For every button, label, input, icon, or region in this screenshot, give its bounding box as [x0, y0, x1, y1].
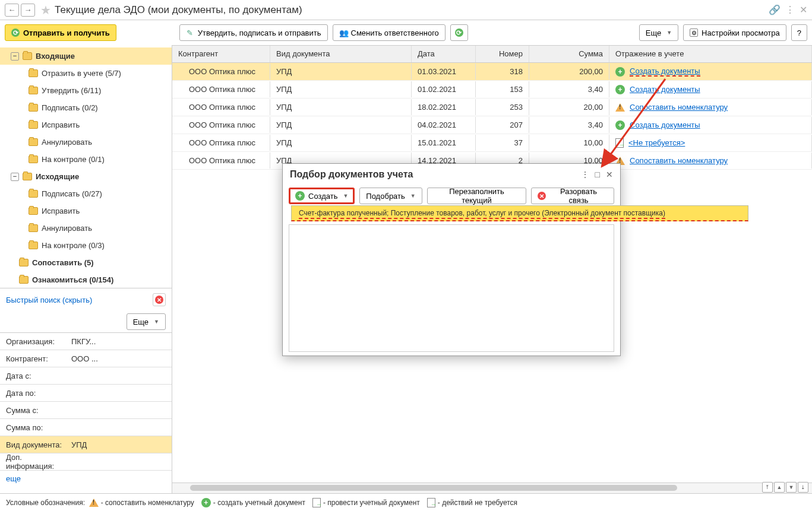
filters-more-link[interactable]: еще [6, 474, 21, 483]
clear-search-button[interactable]: ✕ [153, 293, 166, 306]
tree-item[interactable]: На контроле (0/1) [0, 151, 172, 168]
scroll-last-icon[interactable]: ⤓ [798, 482, 808, 493]
action-link[interactable]: Создать документы [630, 85, 700, 94]
tree-item[interactable]: Исправить [0, 116, 172, 134]
scroll-down-icon[interactable]: ▼ [786, 482, 797, 493]
tree-incoming[interactable]: − Входящие [0, 47, 172, 65]
dialog-pick-button[interactable]: Подобрать▼ [359, 188, 422, 204]
legend-label: Условные обозначения: [6, 499, 85, 507]
folder-icon [19, 259, 29, 266]
collapse-icon[interactable]: − [11, 173, 19, 181]
tree-item[interactable]: Подписать (0/27) [0, 185, 172, 202]
table-row[interactable]: ООО Оптика плюсУПД04.02.20212073,40+Созд… [172, 116, 812, 134]
filter-row[interactable]: Дата с: [0, 367, 172, 385]
tree-item[interactable]: Подписать (0/2) [0, 99, 172, 116]
filter-row[interactable]: Вид документа:УПД [0, 436, 172, 453]
filter-row[interactable]: Организация:ПКГУ... [0, 333, 172, 350]
folder-icon [29, 104, 38, 112]
change-responsible-button[interactable]: 👥 Сменить ответственного [333, 24, 446, 41]
tree-outgoing[interactable]: − Исходящие [0, 168, 172, 185]
dialog-title: Подбор документов учета [290, 169, 413, 180]
col-reflection[interactable]: Отражение в учете [609, 46, 812, 62]
horizontal-scrollbar[interactable]: ⤒ ▲ ▼ ⤓ [172, 483, 812, 493]
send-receive-button[interactable]: ⟳ Отправить и получить [5, 24, 116, 41]
action-link[interactable]: Создать документы [630, 120, 700, 129]
action-link[interactable]: <Не требуется> [628, 138, 685, 147]
approve-sign-send-button[interactable]: ✎ Утвердить, подписать и отправить [179, 24, 328, 41]
plus-icon: + [295, 191, 305, 201]
tree-item[interactable]: Аннулировать [0, 134, 172, 151]
create-dropdown-item[interactable]: Счет-фактура полученный; Поступление тов… [291, 205, 748, 221]
folder-icon [29, 87, 38, 94]
tree-review[interactable]: Ознакомиться (0/154) [0, 271, 172, 288]
folder-icon [19, 276, 29, 284]
filter-row[interactable]: Доп. информация: [0, 453, 172, 471]
plus-icon: + [615, 67, 625, 77]
filter-more-button[interactable]: Еще▼ [127, 313, 166, 330]
menu-dots-icon[interactable]: ⋮ [785, 4, 795, 15]
refresh-button[interactable]: ⟳ [450, 24, 468, 41]
scroll-up-icon[interactable]: ▲ [774, 482, 785, 493]
col-counterparty[interactable]: Контрагент [172, 46, 270, 62]
cancel-icon: ✕ [538, 192, 546, 200]
tree-item[interactable]: Утвердить (6/11) [0, 82, 172, 99]
warning-icon [89, 499, 99, 507]
close-icon: ✕ [155, 296, 163, 304]
filter-row[interactable]: Дата по: [0, 385, 172, 402]
doc-arrow-icon [427, 498, 435, 507]
col-date[interactable]: Дата [412, 46, 476, 62]
folder-icon [29, 207, 38, 215]
table-row[interactable]: ООО Оптика плюсУПД01.02.20211533,40+Созд… [172, 81, 812, 99]
folder-icon [29, 138, 38, 146]
table-row[interactable]: ООО Оптика плюсУПД18.02.202125320,00Сопо… [172, 99, 812, 116]
page-title: Текущие дела ЭДО (мои документы, по доку… [55, 4, 302, 16]
doc-arrow-icon [615, 138, 624, 148]
filter-row[interactable]: Сумма по: [0, 419, 172, 436]
dialog-maximize-icon[interactable]: □ [595, 170, 600, 179]
table-row[interactable]: ООО Оптика плюсУПД15.01.20213710,00<Не т… [172, 134, 812, 152]
navigation-tree: − Входящие Отразить в учете (5/7) Утверд… [0, 45, 172, 288]
scroll-first-icon[interactable]: ⤒ [762, 482, 773, 493]
collapse-icon[interactable]: − [11, 52, 19, 61]
gear-icon: ⚙ [690, 28, 698, 37]
people-icon: 👥 [339, 28, 347, 37]
warning-icon [615, 103, 625, 112]
dialog-menu-icon[interactable]: ⋮ [581, 170, 589, 179]
dialog-break-button[interactable]: ✕ Разорвать связь [531, 188, 614, 204]
doc-arrow-icon [312, 498, 321, 507]
favorite-star-icon[interactable]: ★ [40, 3, 51, 17]
dialog-refill-button[interactable]: Перезаполнить текущий [427, 188, 527, 204]
link-icon[interactable]: 🔗 [769, 4, 781, 15]
folder-icon [29, 121, 38, 129]
folder-icon [29, 69, 38, 77]
close-window-icon[interactable]: ✕ [800, 4, 807, 15]
tree-item[interactable]: Аннулировать [0, 220, 172, 237]
dialog-close-icon[interactable]: ✕ [606, 170, 613, 179]
filter-row[interactable]: Сумма с: [0, 402, 172, 419]
tree-item[interactable]: Отразить в учете (5/7) [0, 65, 172, 82]
help-button[interactable]: ? [791, 24, 807, 41]
filter-row[interactable]: Контрагент:ООО ... [0, 350, 172, 367]
col-sum[interactable]: Сумма [529, 46, 609, 62]
action-link[interactable]: Сопоставить номенклатуру [630, 103, 728, 112]
nav-back-button[interactable]: ← [5, 4, 19, 17]
tree-item[interactable]: На контроле (0/3) [0, 237, 172, 254]
view-settings-button[interactable]: ⚙ Настройки просмотра [683, 24, 786, 41]
action-link[interactable]: Создать документы [630, 66, 700, 77]
plus-icon: + [201, 498, 211, 507]
plus-icon: + [615, 85, 625, 94]
table-row[interactable]: ООО Оптика плюсУПД01.03.2021318200,00+Со… [172, 63, 812, 81]
refresh-icon: ⟳ [455, 28, 463, 37]
dialog-list-area[interactable] [289, 224, 614, 352]
tree-item[interactable]: Исправить [0, 202, 172, 220]
plus-icon: + [615, 120, 625, 130]
tree-match[interactable]: Сопоставить (5) [0, 254, 172, 271]
col-doc-type[interactable]: Вид документа [270, 46, 412, 62]
nav-forward-button[interactable]: → [21, 4, 35, 17]
col-number[interactable]: Номер [476, 46, 529, 62]
more-button[interactable]: Еще▼ [639, 24, 678, 41]
dialog-create-button[interactable]: + Создать▼ [289, 188, 355, 204]
action-link[interactable]: Сопоставить номенклатуру [630, 156, 728, 165]
quick-search-link[interactable]: Быстрый поиск (скрыть) [6, 296, 92, 304]
folder-icon [29, 190, 38, 198]
